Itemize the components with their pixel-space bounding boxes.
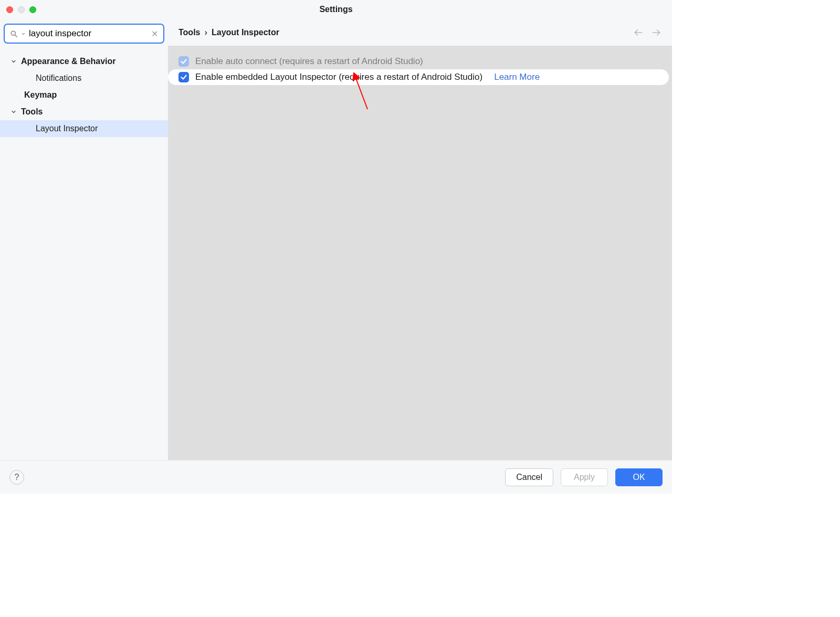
- chevron-down-icon: [9, 58, 18, 65]
- tree-label: Layout Inspector: [36, 124, 98, 133]
- clear-search-icon[interactable]: ✕: [150, 29, 159, 39]
- search-options-chevron-icon[interactable]: [21, 32, 26, 36]
- search-box[interactable]: ✕: [4, 24, 164, 44]
- settings-tree: Appearance & Behavior Notifications Keym…: [0, 47, 168, 137]
- chevron-down-icon: [9, 109, 18, 115]
- option-embedded-inspector[interactable]: Enable embedded Layout Inspector (requir…: [168, 69, 669, 85]
- sidebar: ✕ Appearance & Behavior Notifications Ke…: [0, 19, 168, 460]
- search-input[interactable]: [29, 28, 147, 39]
- tree-label: Keymap: [24, 90, 57, 100]
- checkbox-embedded-inspector[interactable]: [178, 72, 189, 82]
- checkbox-auto-connect[interactable]: [178, 56, 189, 67]
- learn-more-link[interactable]: Learn More: [494, 72, 540, 82]
- tree-item-tools[interactable]: Tools: [0, 103, 168, 120]
- back-button[interactable]: [633, 27, 644, 38]
- svg-line-1: [15, 35, 17, 37]
- close-window-button[interactable]: [6, 6, 13, 13]
- option-auto-connect[interactable]: Enable auto connect (requires a restart …: [168, 54, 672, 69]
- tree-label: Notifications: [36, 74, 81, 83]
- search-wrap: ✕: [0, 19, 168, 47]
- window-title: Settings: [319, 5, 352, 14]
- tree-item-appearance[interactable]: Appearance & Behavior: [0, 53, 168, 70]
- footer: ? Cancel Apply OK: [0, 460, 672, 494]
- breadcrumb-nav: [633, 27, 662, 38]
- tree-label: Tools: [21, 107, 43, 117]
- breadcrumb-item[interactable]: Tools: [178, 28, 200, 37]
- tree-item-keymap[interactable]: Keymap: [0, 87, 168, 103]
- minimize-window-button[interactable]: [18, 6, 25, 13]
- breadcrumb-item[interactable]: Layout Inspector: [212, 28, 279, 37]
- window-controls: [0, 6, 36, 13]
- help-button[interactable]: ?: [9, 470, 24, 485]
- option-label: Enable auto connect (requires a restart …: [195, 56, 423, 67]
- tree-item-notifications[interactable]: Notifications: [0, 70, 168, 87]
- search-icon: [10, 30, 18, 38]
- titlebar: Settings: [0, 0, 672, 19]
- tree-label: Appearance & Behavior: [21, 57, 116, 66]
- breadcrumb-separator: ›: [204, 27, 207, 37]
- content: Tools › Layout Inspector E: [168, 19, 672, 460]
- settings-window: Settings ✕: [0, 0, 672, 494]
- zoom-window-button[interactable]: [29, 6, 36, 13]
- tree-item-layout-inspector[interactable]: Layout Inspector: [0, 120, 168, 137]
- breadcrumb-bar: Tools › Layout Inspector: [168, 19, 672, 46]
- settings-panel: Enable auto connect (requires a restart …: [168, 46, 672, 460]
- cancel-button[interactable]: Cancel: [505, 468, 553, 486]
- forward-button[interactable]: [651, 27, 662, 38]
- apply-button[interactable]: Apply: [561, 468, 608, 486]
- ok-button[interactable]: OK: [615, 468, 663, 486]
- option-label: Enable embedded Layout Inspector (requir…: [195, 72, 482, 82]
- body: ✕ Appearance & Behavior Notifications Ke…: [0, 19, 672, 460]
